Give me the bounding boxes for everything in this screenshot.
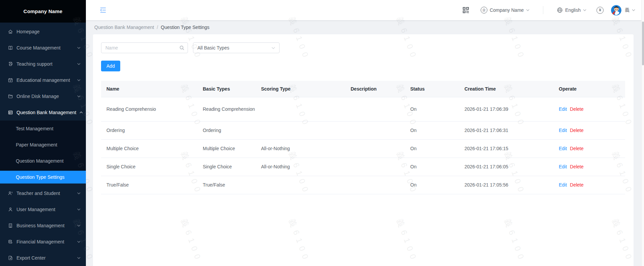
- sidebar-item-online-disk-manage[interactable]: Online Disk Manage: [0, 88, 86, 104]
- delete-link[interactable]: Delete: [570, 106, 583, 112]
- sidebar-item-educational-management[interactable]: Educational management: [0, 72, 86, 88]
- printer-icon: [8, 61, 13, 67]
- sidebar-item-course-management[interactable]: Course Management: [0, 40, 86, 56]
- question-bank-submenu: Test Management Paper Management Questio…: [0, 121, 86, 184]
- edit-link[interactable]: Edit: [559, 146, 567, 151]
- cell-name: Single Choice: [101, 158, 197, 176]
- company-icon: 企: [481, 7, 487, 13]
- chevron-down-icon: [77, 241, 80, 243]
- filter-bar: All Basic Types: [101, 42, 625, 53]
- sidebar-item-label: Question Bank Management: [17, 110, 76, 115]
- col-header-status: Status: [405, 81, 459, 97]
- cell-description: [345, 176, 405, 194]
- currency-icon[interactable]: ¥: [597, 7, 604, 14]
- sidebar-item-teacher-and-student[interactable]: Teacher and Student: [0, 185, 86, 201]
- sidebar-item-label: Teaching support: [17, 61, 74, 67]
- sidebar-item-paper-management[interactable]: Paper Management: [0, 137, 86, 153]
- sidebar-item-export-center[interactable]: Export Center: [0, 250, 86, 266]
- sidebar-item-user-management[interactable]: User Management: [0, 201, 86, 218]
- delete-link[interactable]: Delete: [570, 182, 583, 188]
- cell-status: On: [405, 158, 459, 176]
- chevron-down-icon: [77, 79, 80, 81]
- top-header: 企 Company Name English: [86, 0, 644, 20]
- name-search-field: [101, 42, 188, 53]
- company-selector[interactable]: 企 Company Name: [481, 7, 529, 13]
- search-icon: [179, 45, 185, 51]
- edit-link[interactable]: Edit: [559, 128, 567, 133]
- basic-types-select[interactable]: All Basic Types: [193, 42, 280, 53]
- chevron-up-icon: [79, 111, 83, 113]
- content-card: All Basic Types Add Name Basic Types S: [93, 34, 634, 266]
- table-row: Multiple Choice Multiple Choice All-or-N…: [101, 139, 625, 158]
- chevron-down-icon: [77, 95, 80, 97]
- company-selector-label: Company Name: [490, 7, 524, 13]
- delete-link[interactable]: Delete: [570, 128, 583, 133]
- cell-basic-types: Reading Comprehension: [197, 97, 256, 121]
- cell-basic-types: Single Choice: [197, 158, 256, 176]
- delete-link[interactable]: Delete: [570, 164, 583, 169]
- col-header-scoring-type: Scoring Type: [256, 81, 345, 97]
- sidebar-item-label: Question Type Settings: [16, 174, 65, 180]
- sidebar-item-label: User Management: [17, 207, 74, 212]
- cell-operate: Edit Delete: [553, 139, 625, 158]
- cell-scoring-type: [256, 97, 345, 121]
- building-icon: [8, 223, 13, 228]
- sidebar-item-label: Test Management: [16, 126, 53, 131]
- sidebar-collapse-icon[interactable]: [100, 7, 106, 13]
- cell-name: Multiple Choice: [101, 139, 197, 158]
- name-search-input[interactable]: [101, 42, 188, 53]
- chevron-down-icon: [526, 9, 529, 11]
- table-row: Reading Comprehensio Reading Comprehensi…: [101, 97, 625, 121]
- main-area: 企 Company Name English: [86, 0, 644, 266]
- edit-link[interactable]: Edit: [559, 106, 567, 112]
- sidebar-item-question-type-settings[interactable]: Question Type Settings: [0, 171, 86, 184]
- col-header-operate: Operate: [553, 81, 625, 97]
- cell-status: On: [405, 176, 459, 194]
- breadcrumb-parent[interactable]: Question Bank Management: [94, 25, 154, 30]
- username-label: 義: [625, 7, 630, 13]
- col-header-description: Description: [345, 81, 405, 97]
- edit-link[interactable]: Edit: [559, 164, 567, 169]
- cell-creation-time: 2026-01-21 17:06:31: [459, 121, 553, 139]
- chevron-down-icon: [77, 208, 80, 210]
- cell-status: On: [405, 97, 459, 121]
- sidebar-item-question-bank-management[interactable]: Question Bank Management: [0, 104, 86, 121]
- cell-name: Ordering: [101, 121, 197, 139]
- add-button[interactable]: Add: [101, 61, 120, 71]
- user-menu[interactable]: 義: [625, 7, 635, 13]
- cell-creation-time: 2026-01-21 17:06:39: [459, 97, 553, 121]
- cell-basic-types: Multiple Choice: [197, 139, 256, 158]
- cell-operate: Edit Delete: [553, 121, 625, 139]
- chevron-down-icon: [77, 63, 80, 65]
- cell-creation-time: 2026-01-21 17:06:05: [459, 158, 553, 176]
- sidebar-item-label: Paper Management: [16, 142, 57, 147]
- teacher-student-icon: [8, 191, 13, 196]
- sidebar-item-test-management[interactable]: Test Management: [0, 121, 86, 137]
- globe-icon: [557, 7, 563, 13]
- sidebar-item-label: Course Management: [17, 45, 74, 51]
- app-window: Company Name Homepage Course Management: [0, 0, 644, 266]
- sidebar-item-teaching-support[interactable]: Teaching support: [0, 56, 86, 72]
- chevron-down-icon: [271, 47, 275, 49]
- breadcrumb-separator: /: [157, 25, 158, 30]
- chevron-down-icon: [632, 9, 635, 11]
- edit-link[interactable]: Edit: [559, 182, 567, 188]
- qr-code-icon[interactable]: [462, 6, 470, 14]
- scrollbar-thumb[interactable]: [642, 22, 644, 65]
- basic-types-select-value: All Basic Types: [197, 45, 229, 51]
- sidebar-item-homepage[interactable]: Homepage: [0, 24, 86, 40]
- cell-scoring-type: All-or-Nothing: [256, 158, 345, 176]
- breadcrumb-current: Question Type Settings: [161, 25, 210, 30]
- sidebar-item-question-management[interactable]: Question Management: [0, 153, 86, 169]
- cell-description: [345, 158, 405, 176]
- delete-link[interactable]: Delete: [570, 146, 583, 151]
- sidebar-item-business-management[interactable]: Business Management: [0, 218, 86, 234]
- avatar[interactable]: [611, 5, 621, 15]
- cell-name: Reading Comprehensio: [101, 97, 197, 121]
- chevron-down-icon: [77, 47, 80, 49]
- cell-scoring-type: [256, 121, 345, 139]
- sidebar-item-label: Educational management: [17, 77, 74, 83]
- vertical-scrollbar: [641, 0, 644, 266]
- sidebar-item-financial-management[interactable]: Financial Management: [0, 234, 86, 250]
- language-selector[interactable]: English: [557, 7, 586, 13]
